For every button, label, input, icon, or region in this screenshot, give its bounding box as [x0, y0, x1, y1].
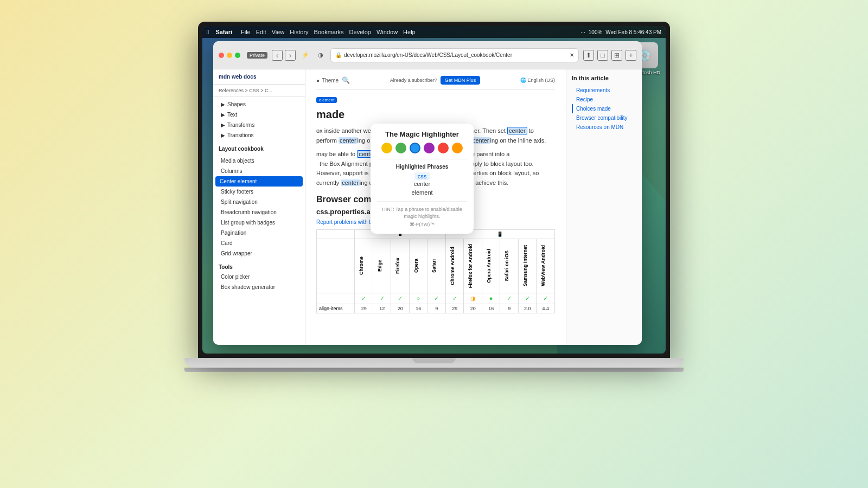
opera-icon: ○	[417, 295, 420, 301]
datetime: Wed Feb 8 5:46:43 PM	[605, 29, 661, 35]
sidebar-item-box-shadow[interactable]: Box shadow generator	[213, 282, 305, 292]
sidebar-item-pagination[interactable]: Pagination	[213, 228, 305, 238]
divider	[377, 159, 467, 159]
compat-th-safari-ios: Safari on iOS	[500, 239, 519, 293]
phrase-css[interactable]: css	[414, 172, 430, 180]
menubar-window[interactable]: Window	[376, 29, 398, 35]
forward-button[interactable]: ›	[285, 50, 296, 61]
compat-samsung-ver: 2.0	[518, 304, 537, 313]
moon-icon: ●	[316, 78, 320, 84]
url-text[interactable]: developer.mozilla.org/en-US/docs/Web/CSS…	[344, 52, 567, 58]
sidebar-item-transforms[interactable]: ▶ Transforms	[213, 120, 305, 130]
laptop-notch	[412, 358, 456, 363]
phrase-center[interactable]: center	[377, 179, 467, 188]
menubar-develop[interactable]: Develop	[349, 29, 371, 35]
toc-resources-mdn[interactable]: Resources on MDN	[572, 123, 636, 132]
menubar-bookmarks[interactable]: Bookmarks	[314, 29, 344, 35]
search-icon[interactable]: 🔍	[342, 76, 350, 84]
subscribe-text: Already a subscriber?	[390, 78, 437, 83]
menubar-edit[interactable]: Edit	[256, 29, 266, 35]
extension-icon[interactable]: ⚡	[300, 50, 311, 61]
toc-requirements[interactable]: Requirements	[572, 86, 636, 95]
reader-icon[interactable]: ◑	[315, 50, 326, 61]
language-selector[interactable]: 🌐 English (US)	[520, 78, 555, 83]
sidebar-item-list-badges[interactable]: List group with badges	[213, 217, 305, 228]
sidebar-item-shapes[interactable]: ▶ ▶ Shapes Shapes	[213, 99, 305, 110]
new-tab-button[interactable]: +	[626, 50, 636, 61]
compat-th-chrome-android: Chrome Android	[445, 239, 464, 293]
sidebar-item-color-picker[interactable]: Color picker	[213, 272, 305, 282]
sidebar-item-split-navigation[interactable]: Split navigation	[213, 197, 305, 207]
back-button[interactable]: ‹	[272, 50, 283, 61]
theme-toggle[interactable]: ● Theme	[316, 78, 339, 84]
compat-table: 🖥 📱 Chrome Edge Firefox Opera	[316, 229, 555, 313]
compat-safari-ios-ver: 9	[500, 304, 519, 313]
compat-th-chrome: Chrome	[355, 239, 373, 293]
compat-th-safari: Safari	[427, 239, 446, 293]
color-purple[interactable]	[424, 143, 435, 153]
sidebar-item-card[interactable]: Card	[213, 238, 305, 248]
laptop-screen:  Safari File Edit View History Bookmark…	[198, 22, 670, 358]
safari-nav: ‹ ›	[272, 50, 296, 61]
toc-choices-made[interactable]: Choices made	[572, 104, 636, 113]
menubar-history[interactable]: History	[290, 29, 308, 35]
toc-browser-compat[interactable]: Browser compatibility	[572, 113, 636, 123]
safari-icon: ✓	[434, 295, 439, 301]
minimize-button[interactable]	[227, 53, 232, 58]
sidebar-item-text[interactable]: ▶ Text	[213, 110, 305, 120]
chrome-icon: ✓	[361, 295, 366, 301]
compat-firefox-android-ver: 20	[464, 304, 482, 313]
sidebar-item-media-objects[interactable]: Media objects	[213, 156, 305, 166]
share-button[interactable]: ⬆	[583, 50, 594, 61]
compat-property-name: align-items	[317, 304, 355, 313]
bookmark-button[interactable]: □	[597, 50, 608, 61]
screen-inner:  Safari File Edit View History Bookmark…	[202, 26, 666, 354]
sidebar-item-breadcrumb[interactable]: Breadcrumb navigation	[213, 207, 305, 217]
transitions-arrow: ▶	[221, 132, 225, 138]
tab-button[interactable]: ⊞	[611, 50, 622, 61]
menubar-view[interactable]: View	[272, 29, 285, 35]
url-bar[interactable]: 🔒 developer.mozilla.org/en-US/docs/Web/C…	[330, 48, 579, 62]
mdn-main-content: ● Theme 🔍 Already a subscriber? Get MDN …	[305, 69, 566, 345]
laptop:  Safari File Edit View History Bookmark…	[190, 22, 678, 466]
clear-url-icon[interactable]: ✕	[570, 52, 574, 58]
compat-webview-ver: 4.4	[537, 304, 555, 313]
sidebar-item-sticky-footers[interactable]: Sticky footers	[213, 187, 305, 197]
color-blue[interactable]	[410, 143, 420, 153]
highlighted-phrases-title: Highlighted Phrases	[377, 164, 467, 170]
compat-th-webview: WebView Android	[537, 239, 555, 293]
color-green[interactable]	[395, 143, 406, 153]
sidebar-item-transitions[interactable]: ▶ Transitions	[213, 130, 305, 140]
centering-highlight-1: center	[339, 137, 358, 144]
compat-th-edge: Edge	[373, 239, 391, 293]
fullscreen-button[interactable]	[235, 53, 240, 58]
apple-logo-icon: 	[207, 28, 209, 36]
toc-recipe[interactable]: Recipe	[572, 95, 636, 104]
menubar-left:  Safari File Edit View History Bookmark…	[207, 28, 416, 36]
color-yellow[interactable]	[381, 143, 392, 153]
menubar-file[interactable]: File	[241, 29, 251, 35]
close-button[interactable]	[219, 53, 224, 58]
screen-notch	[430, 22, 438, 25]
mdn-header: mdn web docs	[213, 69, 305, 85]
mdn-plus-button[interactable]: Get MDN Plus	[441, 76, 481, 85]
compat-edge-ver: 12	[373, 304, 391, 313]
sidebar-item-grid-wrapper[interactable]: Grid wrapper	[213, 248, 305, 259]
lock-icon: 🔒	[335, 52, 342, 58]
center-highlight-1: center	[507, 127, 527, 134]
mdn-logo[interactable]: mdn web docs	[219, 74, 256, 80]
laptop-base	[184, 358, 684, 368]
content-title: made	[316, 108, 555, 121]
center-highlight-2: center	[471, 137, 490, 144]
phrase-css-wrapper: css	[377, 173, 467, 179]
sidebar-item-center-element[interactable]: Center element	[215, 176, 303, 187]
sidebar-item-columns[interactable]: Columns	[213, 166, 305, 176]
color-red[interactable]	[438, 143, 449, 153]
compat-th-opera-android: Opera Android	[482, 239, 500, 293]
menubar-help[interactable]: Help	[403, 29, 416, 35]
mdn-sidebar: mdn web docs References > CSS > C... ▶ ▶…	[213, 69, 305, 345]
phrase-element[interactable]: element	[377, 188, 467, 197]
color-orange[interactable]	[452, 143, 463, 153]
color-palette	[377, 143, 467, 153]
webview-icon: ✓	[543, 295, 548, 301]
